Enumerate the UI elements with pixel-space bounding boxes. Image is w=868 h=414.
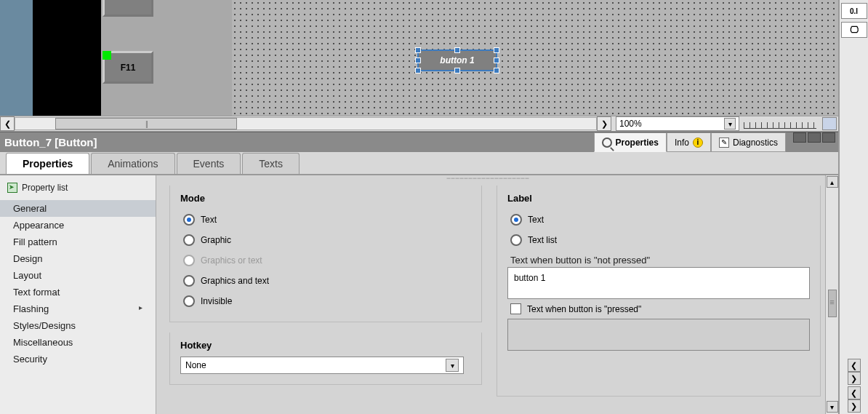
radio-label: Graphics and text [201, 276, 269, 286]
tab-info-view[interactable]: Info i [667, 132, 711, 152]
scroll-thumb[interactable] [828, 290, 837, 317]
property-subtabs: Properties Animations Events Texts [0, 152, 838, 175]
scroll-down-button[interactable]: ▾ [827, 401, 838, 413]
inspector-window-controls [793, 132, 835, 152]
subtab-properties[interactable]: Properties [6, 153, 89, 174]
pressed-enable-row[interactable]: Text when button is "pressed" [507, 299, 810, 319]
sidebar-screens-button[interactable]: 🖵 [841, 22, 867, 38]
label-option-textlist[interactable]: Text list [507, 230, 810, 250]
monitor-icon: 🖵 [850, 25, 859, 35]
resize-handle-s[interactable] [454, 68, 460, 73]
hscroll-thumb[interactable] [55, 118, 237, 130]
radio-icon [510, 214, 522, 226]
radio-icon [183, 214, 195, 226]
resize-handle-n[interactable] [454, 47, 460, 53]
mode-option-graphics-or-text: Graphics or text [180, 250, 471, 271]
mode-option-invisible[interactable]: Invisible [180, 291, 471, 311]
diagnostics-icon: ✎ [719, 138, 729, 148]
sidebar-mini-button[interactable]: 0.l [841, 3, 867, 19]
mode-option-graphics-and-text[interactable]: Graphics and text [180, 271, 471, 291]
resize-handle-e[interactable] [494, 57, 499, 63]
radio-icon [183, 295, 195, 307]
property-category-list: Property list General Appearance Fill pa… [0, 175, 156, 414]
tab-diagnostics-view[interactable]: ✎ Diagnostics [711, 132, 786, 152]
hscroll-left-button[interactable]: ❮ [0, 116, 15, 131]
chevron-down-icon[interactable]: ▾ [724, 118, 736, 130]
property-list-icon [7, 183, 17, 193]
resize-handle-w[interactable] [415, 57, 421, 63]
resize-handle-se[interactable] [494, 68, 499, 73]
sidebar-right-arrow-button-2[interactable]: ❯ [848, 399, 861, 413]
chevron-down-icon[interactable]: ▾ [446, 359, 459, 372]
tab-label: Info [675, 138, 689, 148]
radio-label: Invisible [201, 296, 232, 306]
info-icon: i [693, 138, 703, 148]
propcat-design[interactable]: Design [0, 250, 156, 267]
resize-handle-nw[interactable] [415, 47, 421, 53]
property-list-header-label: Property list [22, 183, 68, 193]
window-maximize-button[interactable] [808, 132, 821, 143]
propcat-layout[interactable]: Layout [0, 267, 156, 284]
inspector-view-tabs: Properties Info i ✎ Diagnostics [594, 132, 838, 152]
propcat-security[interactable]: Security [0, 351, 156, 367]
propcat-text-format[interactable]: Text format [0, 284, 156, 300]
subtab-texts[interactable]: Texts [242, 153, 300, 174]
fit-screen-button[interactable] [822, 117, 837, 130]
label-group: Label Text Text list Text when button is… [497, 186, 821, 397]
hotkey-group-title: Hotkey [180, 340, 471, 351]
magnifier-icon [602, 138, 612, 148]
window-collapse-button[interactable] [793, 132, 806, 143]
propcat-flashing[interactable]: Flashing [0, 300, 156, 317]
scroll-up-button[interactable]: ▴ [827, 176, 838, 188]
panel-vertical-scrollbar[interactable]: ▴ ▾ [825, 175, 838, 414]
zoom-slider[interactable] [744, 119, 816, 129]
radio-icon [183, 275, 195, 287]
subtab-events[interactable]: Events [177, 153, 241, 174]
green-indicator-icon [103, 51, 111, 60]
design-canvas[interactable]: F11 button 1 [0, 0, 838, 116]
sidebar-left-arrow-button[interactable]: ❮ [848, 359, 861, 372]
radio-icon [183, 255, 195, 266]
black-background [33, 0, 101, 116]
not-pressed-field-label: Text when button is "not pressed" [510, 255, 810, 266]
dotted-design-surface[interactable]: button 1 [232, 0, 838, 116]
mode-group: Mode Text Graphic Graphics or text Graph… [169, 186, 482, 322]
inspector-titlebar: Button_7 [Button] Properties Info i ✎ Di… [0, 132, 838, 152]
left-strip [0, 0, 101, 116]
sidebar-left-arrow-button-2[interactable]: ❮ [848, 386, 861, 399]
propcat-styles-designs[interactable]: Styles/Designs [0, 317, 156, 334]
resize-handle-sw[interactable] [415, 68, 421, 73]
function-key-f11[interactable]: F11 [103, 51, 153, 84]
hscroll-right-button[interactable]: ❯ [597, 116, 611, 131]
radio-label: Text [528, 215, 544, 225]
sidebar-right-arrow-button[interactable]: ❯ [848, 372, 861, 385]
placed-button[interactable]: button 1 [417, 49, 497, 71]
not-pressed-text-input[interactable]: button 1 [507, 267, 810, 299]
zoom-combo[interactable]: 100% ▾ [616, 116, 739, 131]
radio-label: Graphics or text [201, 255, 262, 266]
subtab-animations[interactable]: Animations [91, 153, 174, 174]
not-pressed-text-value: button 1 [514, 273, 545, 283]
mode-option-graphic[interactable]: Graphic [180, 230, 471, 250]
function-key-partial[interactable] [103, 0, 153, 17]
placed-button-label: button 1 [440, 55, 474, 65]
radio-icon [510, 234, 522, 246]
hscroll-track[interactable] [15, 117, 597, 130]
propcat-fill-pattern[interactable]: Fill pattern [0, 234, 156, 250]
propcat-appearance[interactable]: Appearance [0, 217, 156, 234]
right-sidebar: 0.l 🖵 ❮ ❯ ❮ ❯ [838, 0, 868, 414]
propcat-general[interactable]: General [0, 200, 156, 217]
hotkey-combo[interactable]: None ▾ [180, 357, 464, 374]
label-group-title: Label [507, 193, 810, 204]
radio-label: Graphic [201, 235, 231, 245]
propcat-miscellaneous[interactable]: Miscellaneous [0, 334, 156, 351]
property-editor: Property list General Appearance Fill pa… [0, 175, 838, 414]
zoom-value: 100% [619, 119, 642, 129]
resize-handle-ne[interactable] [494, 47, 499, 53]
mode-option-text[interactable]: Text [180, 210, 471, 230]
tab-properties-view[interactable]: Properties [594, 132, 667, 152]
label-option-text[interactable]: Text [507, 210, 810, 230]
window-menu-button[interactable] [822, 132, 835, 143]
tab-label: Diagnostics [733, 138, 778, 148]
radio-icon [183, 234, 195, 246]
